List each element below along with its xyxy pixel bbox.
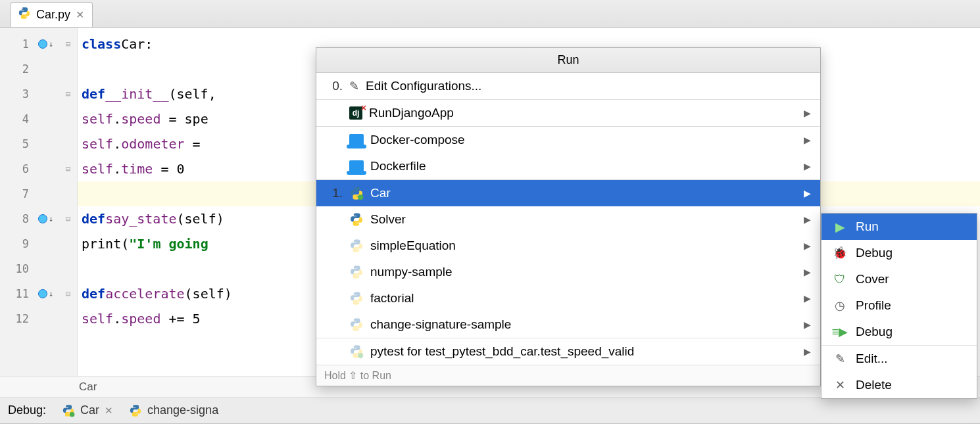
- submenu-delete[interactable]: ✕ Delete: [821, 372, 977, 398]
- docker-icon: [349, 160, 364, 172]
- step-debug-icon: ≡▶: [833, 325, 846, 339]
- debug-tab[interactable]: change-signa: [129, 403, 218, 417]
- chevron-right-icon: ▶: [804, 319, 811, 330]
- fold-icon[interactable]: ⊟: [66, 89, 70, 99]
- run-config-item[interactable]: change-signature-sample ▶: [316, 311, 820, 338]
- run-config-item[interactable]: numpy-sample ▶: [316, 259, 820, 285]
- debug-label: Debug:: [8, 403, 46, 417]
- submenu-debug[interactable]: 🐞 Debug: [821, 240, 977, 266]
- play-icon: ▶: [833, 219, 846, 235]
- chevron-right-icon: ▶: [804, 346, 811, 357]
- close-icon[interactable]: ✕: [105, 405, 113, 417]
- chevron-right-icon: ▶: [804, 135, 811, 145]
- pytest-icon: [349, 344, 364, 359]
- svg-point-2: [358, 353, 363, 358]
- shield-icon: 🛡: [833, 273, 846, 286]
- chevron-right-icon: ▶: [804, 108, 811, 118]
- run-config-item[interactable]: dj RunDjangoApp ▶: [316, 100, 820, 126]
- svg-point-0: [70, 411, 75, 417]
- edit-configurations-item[interactable]: 0. ✎ Edit Configurations...: [316, 73, 820, 99]
- chevron-right-icon: ▶: [804, 188, 811, 198]
- fold-icon[interactable]: ⊟: [66, 39, 70, 49]
- run-gutter-icon[interactable]: ↓: [38, 39, 53, 49]
- pencil-icon: ✎: [349, 79, 359, 93]
- submenu-profile[interactable]: ◷ Profile: [821, 292, 977, 319]
- submenu-debug2[interactable]: ≡▶ Debug: [821, 319, 977, 345]
- chevron-right-icon: ▶: [804, 240, 811, 251]
- fold-end-icon[interactable]: ⊟: [66, 164, 70, 173]
- chevron-right-icon: ▶: [804, 293, 811, 304]
- run-gutter-icon[interactable]: ↓: [38, 214, 53, 223]
- run-submenu: ▶ Run 🐞 Debug 🛡 Cover ◷ Profile ≡▶ Debug…: [821, 213, 977, 399]
- run-config-item[interactable]: Dockerfile ▶: [316, 153, 820, 179]
- chevron-right-icon: ▶: [804, 214, 811, 225]
- docker-icon: [349, 134, 364, 146]
- debug-tab[interactable]: Car ✕: [62, 403, 113, 417]
- python-dim-icon: [349, 291, 364, 306]
- python-file-icon: [18, 7, 31, 23]
- submenu-cover[interactable]: 🛡 Cover: [821, 266, 977, 292]
- tab-filename: Car.py: [36, 8, 70, 22]
- run-gutter-icon[interactable]: ↓: [38, 289, 53, 298]
- run-config-item[interactable]: Solver ▶: [316, 206, 820, 233]
- chevron-right-icon: ▶: [804, 267, 811, 277]
- chevron-right-icon: ▶: [804, 161, 811, 172]
- python-run-icon: [349, 186, 364, 200]
- run-config-item[interactable]: simpleEquation ▶: [316, 233, 820, 259]
- python-dim-icon: [349, 317, 364, 332]
- popup-footer: Hold ⇧ to Run: [316, 365, 820, 386]
- close-icon[interactable]: ✕: [76, 9, 84, 21]
- run-config-item[interactable]: pytest for test_pytest_bdd_car.test_spee…: [316, 338, 820, 365]
- submenu-run[interactable]: ▶ Run: [821, 214, 977, 240]
- pencil-icon: ✎: [833, 352, 846, 366]
- tab-bar: Car.py ✕: [0, 0, 980, 28]
- run-config-item[interactable]: Docker-compose ▶: [316, 127, 820, 153]
- run-config-item[interactable]: factorial ▶: [316, 285, 820, 311]
- submenu-edit[interactable]: ✎ Edit...: [821, 346, 977, 372]
- run-config-item-selected[interactable]: 1. Car ▶: [316, 180, 820, 206]
- debug-toolwindow-bar: Debug: Car ✕ change-signa: [0, 398, 980, 424]
- python-dim-icon: [349, 265, 364, 279]
- python-icon: [349, 212, 364, 227]
- fold-icon[interactable]: ⊟: [66, 289, 70, 298]
- close-icon: ✕: [833, 378, 846, 392]
- python-dim-icon: [349, 239, 364, 253]
- bug-icon: 🐞: [833, 246, 846, 260]
- gutter: 1↓⊟ 2 3⊟ 4 5 6⊟ 7 8↓⊟ 9 10 11↓⊟ 12: [0, 28, 78, 376]
- popup-title: Run: [316, 48, 820, 73]
- django-icon: dj: [349, 106, 362, 120]
- run-popup: Run 0. ✎ Edit Configurations... dj RunDj…: [316, 47, 821, 386]
- editor-tab[interactable]: Car.py ✕: [11, 2, 93, 27]
- svg-point-1: [358, 195, 363, 200]
- clock-icon: ◷: [833, 298, 846, 313]
- fold-icon[interactable]: ⊟: [66, 214, 70, 223]
